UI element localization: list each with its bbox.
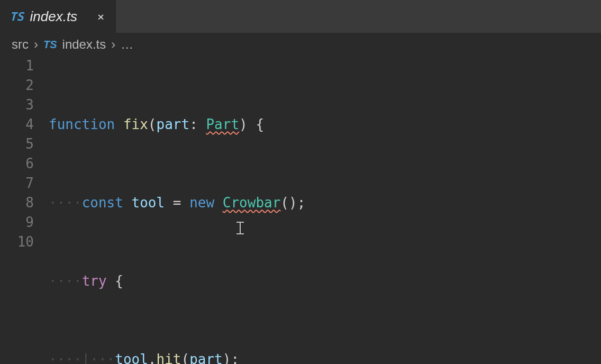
whitespace-guide: ····|··· bbox=[49, 351, 115, 364]
token-keyword: const bbox=[82, 195, 123, 211]
token-variable: tool bbox=[115, 351, 148, 364]
token-punct: (); bbox=[280, 195, 305, 211]
line-number: 6 bbox=[0, 154, 34, 174]
token-punct: ( bbox=[148, 116, 157, 132]
token-space bbox=[123, 195, 132, 211]
typescript-icon: TS bbox=[43, 39, 57, 51]
token-variable: tool bbox=[132, 195, 165, 211]
token-punct: ( bbox=[181, 351, 189, 364]
line-number: 3 bbox=[0, 95, 34, 115]
token-argument: part bbox=[189, 351, 223, 364]
token-punct: ) { bbox=[239, 116, 264, 132]
line-number: 9 bbox=[0, 213, 34, 232]
chevron-right-icon: › bbox=[34, 37, 38, 52]
close-icon[interactable]: × bbox=[97, 10, 104, 23]
token-keyword: function bbox=[49, 116, 115, 132]
line-number: 8 bbox=[0, 193, 34, 213]
line-number: 5 bbox=[0, 134, 34, 154]
editor-tab-index-ts[interactable]: TS index.ts × bbox=[0, 0, 116, 33]
line-number: 4 bbox=[0, 115, 34, 134]
whitespace-guide: ···· bbox=[49, 195, 82, 211]
token-parameter: part bbox=[157, 116, 190, 132]
line-number: 10 bbox=[0, 232, 34, 252]
tab-filename: index.ts bbox=[30, 8, 78, 25]
editor-tab-bar: TS index.ts × bbox=[0, 0, 601, 33]
token-punct: . bbox=[148, 351, 157, 364]
token-punct: : bbox=[189, 116, 206, 132]
whitespace-guide: ···· bbox=[49, 273, 82, 289]
token-space bbox=[214, 195, 223, 211]
breadcrumb: src › TS index.ts › … bbox=[0, 33, 601, 56]
breadcrumb-segment-file[interactable]: index.ts bbox=[62, 37, 106, 52]
code-line[interactable]: ····|···tool.hit(part); bbox=[49, 350, 601, 364]
token-keyword: try bbox=[82, 273, 107, 289]
line-number: 2 bbox=[0, 76, 34, 95]
line-number-gutter: 1 2 3 4 5 6 7 8 9 10 bbox=[0, 56, 49, 364]
ibeam-cursor-icon bbox=[236, 222, 244, 234]
typescript-icon: TS bbox=[10, 10, 24, 23]
token-type: Part bbox=[206, 116, 239, 132]
code-line[interactable]: ····try { bbox=[49, 271, 601, 291]
line-number: 1 bbox=[0, 56, 34, 76]
token-punct: { bbox=[107, 273, 123, 289]
breadcrumb-more[interactable]: … bbox=[121, 37, 133, 52]
token-function-name: fix bbox=[123, 116, 148, 132]
breadcrumb-segment-src[interactable]: src bbox=[12, 37, 29, 52]
token-class: Crowbar bbox=[223, 195, 281, 211]
token-method: hit bbox=[157, 351, 181, 364]
line-number: 7 bbox=[0, 174, 34, 193]
code-line[interactable]: function fix(part: Part) { bbox=[49, 115, 601, 134]
code-line[interactable]: ····const tool = new Crowbar(); bbox=[49, 193, 601, 213]
code-editor[interactable]: 1 2 3 4 5 6 7 8 9 10 function fix(part: … bbox=[0, 56, 601, 364]
token-keyword: new bbox=[189, 195, 214, 211]
token-operator: = bbox=[165, 195, 189, 211]
chevron-right-icon: › bbox=[111, 37, 115, 52]
token-punct: ); bbox=[223, 351, 239, 364]
code-area[interactable]: function fix(part: Part) { ····const too… bbox=[49, 56, 601, 364]
